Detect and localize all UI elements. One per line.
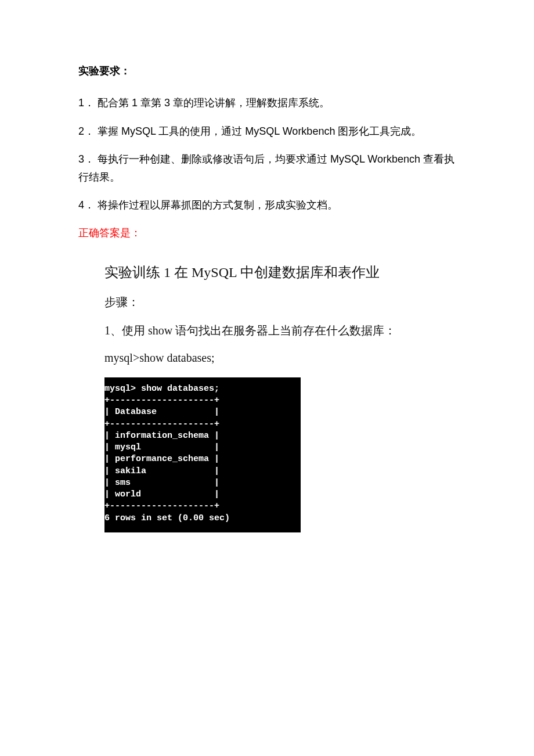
answer-content: 实验训练 1 在 MySQL 中创建数据库和表作业 步骤： 1、使用 show …	[78, 263, 459, 532]
step-text: 1、使用 show 语句找出在服务器上当前存在什么数据库：	[104, 323, 459, 339]
terminal-line: +--------------------+	[104, 395, 296, 406]
terminal-line: | sakila |	[104, 466, 296, 477]
requirement-item: 3． 每执行一种创建、删除或修改语句后，均要求通过 MySQL Workbenc…	[78, 150, 459, 186]
requirement-item: 2． 掌握 MySQL 工具的使用，通过 MySQL Workbench 图形化…	[78, 123, 459, 141]
terminal-line: | world |	[104, 489, 296, 501]
terminal-screenshot: mysql> show databases; +----------------…	[104, 377, 301, 532]
exercise-title: 实验训练 1 在 MySQL 中创建数据库和表作业	[104, 263, 459, 282]
steps-label: 步骤：	[104, 294, 459, 310]
terminal-line: 6 rows in set (0.00 sec)	[104, 513, 296, 524]
answer-label: 正确答案是：	[78, 226, 459, 240]
terminal-line: | information_schema |	[104, 430, 296, 442]
terminal-line: | performance_schema |	[104, 453, 296, 465]
command-text: mysql>show databases;	[104, 351, 459, 365]
section-heading: 实验要求：	[78, 64, 459, 78]
document-page: 实验要求： 1． 配合第 1 章第 3 章的理论讲解，理解数据库系统。 2． 掌…	[0, 0, 534, 567]
requirement-item: 1． 配合第 1 章第 3 章的理论讲解，理解数据库系统。	[78, 94, 459, 112]
terminal-line: | mysql |	[104, 442, 296, 453]
terminal-line: +--------------------+	[104, 501, 296, 512]
terminal-line: +--------------------+	[104, 419, 296, 430]
terminal-line: mysql> show databases;	[104, 383, 296, 395]
requirement-item: 4． 将操作过程以屏幕抓图的方式复制，形成实验文档。	[78, 196, 459, 214]
terminal-line: | sms |	[104, 477, 296, 489]
terminal-line: | Database |	[104, 406, 296, 418]
